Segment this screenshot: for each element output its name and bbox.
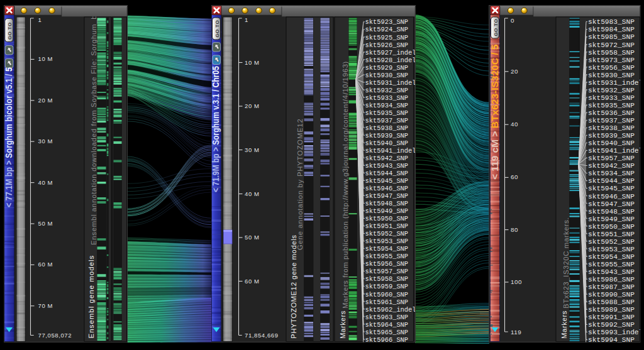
svg-text:skt5936_SNP: skt5936_SNP	[588, 109, 635, 117]
svg-text:skt5984_SNP: skt5984_SNP	[588, 26, 635, 33]
svg-text:skt5957_SNP: skt5957_SNP	[365, 268, 409, 275]
svg-text:77,058,072: 77,058,072	[38, 332, 72, 339]
svg-text:skt5932_SNP: skt5932_SNP	[365, 87, 409, 94]
svg-text:50 M: 50 M	[38, 220, 53, 227]
svg-text:Markers: Markers	[339, 310, 347, 339]
svg-text:10 M: 10 M	[245, 59, 260, 66]
svg-text:skt5930_SNP: skt5930_SNP	[588, 72, 635, 79]
svg-text:skt5935_SNP: skt5935_SNP	[365, 109, 409, 117]
svg-text:skt5943_SNP: skt5943_SNP	[365, 162, 409, 170]
svg-text:skt5987_SNP: skt5987_SNP	[588, 283, 635, 291]
svg-text:119: 119	[511, 329, 521, 336]
svg-text:skt5950_SNP: skt5950_SNP	[588, 223, 635, 231]
svg-text:Ensembl annotation downloaded: Ensembl annotation downloaded from Soyba…	[90, 0, 97, 245]
svg-text:skt5955_SNP: skt5955_SNP	[588, 261, 635, 268]
svg-text:skt5941_indel: skt5941_indel	[588, 147, 643, 155]
svg-text:skt5931_indel: skt5931_indel	[365, 79, 416, 87]
svg-text:skt5945_SNP: skt5945_SNP	[365, 177, 409, 185]
svg-text:20 M: 20 M	[245, 102, 260, 109]
svg-text:skt5952_SNP: skt5952_SNP	[588, 238, 635, 246]
svg-text:skt5951_SNP: skt5951_SNP	[365, 222, 409, 230]
svg-text:GO TO: GO TO	[214, 20, 220, 38]
svg-text:skt5957_SNP: skt5957_SNP	[588, 155, 635, 162]
svg-text:skt5942_SNP: skt5942_SNP	[588, 162, 635, 170]
svg-text:skt5963_SNP: skt5963_SNP	[365, 314, 409, 321]
svg-text:0: 0	[511, 17, 514, 24]
svg-text:Markers from publication (http: Markers from publication (http://www.g3j…	[341, 61, 349, 309]
svg-text:skt5945_SNP: skt5945_SNP	[588, 185, 635, 192]
svg-text:skt5960_SNP: skt5960_SNP	[365, 291, 409, 298]
svg-text:skt5939_SNP: skt5939_SNP	[365, 132, 409, 139]
svg-text:skt5989_SNP: skt5989_SNP	[588, 306, 635, 314]
svg-text:skt5951_SNP: skt5951_SNP	[588, 231, 635, 238]
svg-text:skt5938_SNP: skt5938_SNP	[365, 124, 409, 132]
svg-text:skt5965_SNP: skt5965_SNP	[365, 329, 409, 336]
svg-text:40 M: 40 M	[38, 179, 53, 186]
svg-text:20: 20	[511, 68, 518, 75]
svg-text:skt5948_SNP: skt5948_SNP	[365, 200, 409, 207]
svg-text:skt5937_SNP: skt5937_SNP	[365, 117, 409, 124]
svg-text:Markers: Markers	[560, 310, 568, 339]
svg-text:skt5955_SNP: skt5955_SNP	[365, 253, 409, 260]
svg-text:GO TO: GO TO	[493, 19, 499, 36]
svg-text:Gene annotation by PHYTOZOME12: Gene annotation by PHYTOZOME12	[296, 118, 304, 250]
svg-text:skt5935_SNP: skt5935_SNP	[588, 102, 635, 109]
svg-text:skt5959_SNP: skt5959_SNP	[365, 283, 409, 290]
svg-text:skt5953_SNP: skt5953_SNP	[588, 246, 635, 253]
svg-text:skt5949_SNP: skt5949_SNP	[588, 216, 635, 223]
svg-text:20 M: 20 M	[38, 97, 53, 104]
svg-text:skt5944_SNP: skt5944_SNP	[365, 170, 409, 177]
svg-text:1: 1	[245, 16, 248, 23]
svg-text:skt5954_SNP: skt5954_SNP	[365, 245, 409, 253]
svg-text:skt5924_SNP: skt5924_SNP	[365, 26, 409, 33]
svg-text:skt5929_SNP: skt5929_SNP	[365, 64, 409, 72]
svg-text:skt5993_indel: skt5993_indel	[588, 329, 643, 336]
svg-text:BTx623_IS320C markers.: BTx623_IS320C markers.	[562, 217, 570, 309]
svg-text:skt5930_SNP: skt5930_SNP	[365, 72, 409, 79]
svg-text:skt5986_SNP: skt5986_SNP	[588, 276, 635, 283]
svg-text:skt5934_SNP: skt5934_SNP	[365, 102, 409, 109]
svg-text:skt5932_SNP: skt5932_SNP	[588, 87, 635, 94]
svg-text:60 M: 60 M	[38, 261, 53, 268]
svg-text:skt5931_indel: skt5931_indel	[588, 79, 643, 87]
svg-text:< 77.1M bp > Sorghum bicolor v: < 77.1M bp > Sorghum bicolor v5.1 / 5	[4, 67, 14, 207]
svg-text:skt5947_SNP: skt5947_SNP	[365, 192, 409, 200]
svg-text:71,854,669: 71,854,669	[245, 332, 279, 339]
svg-text:skt5988_SNP: skt5988_SNP	[588, 298, 635, 306]
svg-text:100: 100	[511, 278, 522, 285]
svg-text:40: 40	[511, 121, 518, 128]
svg-text:50 M: 50 M	[245, 234, 260, 241]
svg-text:skt5958_SNP: skt5958_SNP	[588, 49, 635, 57]
svg-text:GO TO: GO TO	[7, 22, 13, 40]
svg-text:< 71.9M bp > Sorghum v.3.1 / C: < 71.9M bp > Sorghum v.3.1 / Chr05	[211, 66, 221, 192]
svg-text:skt5962_indel: skt5962_indel	[365, 306, 416, 314]
svg-text:skt5958_SNP: skt5958_SNP	[365, 275, 409, 283]
svg-text:skt5950_SNP: skt5950_SNP	[365, 215, 409, 222]
svg-text:skt5948_SNP: skt5948_SNP	[588, 208, 635, 216]
svg-text:< 119 cM > BTx623-IS320C / 5: < 119 cM > BTx623-IS320C / 5	[489, 44, 500, 180]
svg-text:skt5927_indel: skt5927_indel	[365, 49, 416, 57]
svg-text:Ensembl gene models: Ensembl gene models	[87, 255, 95, 339]
svg-text:skt5956_SNP: skt5956_SNP	[588, 64, 635, 72]
svg-text:60: 60	[511, 173, 518, 180]
svg-text:skt5953_SNP: skt5953_SNP	[365, 238, 409, 245]
svg-text:10 M: 10 M	[38, 55, 53, 62]
svg-text:40 M: 40 M	[245, 190, 260, 197]
svg-text:skt5952_SNP: skt5952_SNP	[365, 230, 409, 238]
svg-text:skt5923_SNP: skt5923_SNP	[365, 18, 409, 26]
svg-text:skt5991_SNP: skt5991_SNP	[588, 314, 635, 321]
svg-text:skt5946_SNP: skt5946_SNP	[365, 185, 409, 192]
svg-text:30 M: 30 M	[38, 138, 53, 145]
svg-text:30 M: 30 M	[245, 146, 260, 153]
svg-text:skt5973_SNP: skt5973_SNP	[588, 57, 635, 64]
svg-text:skt5940_SNP: skt5940_SNP	[365, 139, 409, 147]
svg-text:skt5938_SNP: skt5938_SNP	[588, 124, 635, 132]
svg-text:skt5934_SNP: skt5934_SNP	[588, 170, 635, 177]
svg-text:70 M: 70 M	[38, 302, 53, 309]
svg-text:skt5933_SNP: skt5933_SNP	[365, 94, 409, 102]
svg-text:skt5937_SNP: skt5937_SNP	[588, 117, 635, 124]
svg-text:skt5928_indel: skt5928_indel	[365, 57, 416, 64]
svg-text:80: 80	[511, 226, 518, 233]
svg-text:skt5925_SNP: skt5925_SNP	[365, 34, 409, 41]
svg-text:1: 1	[38, 16, 42, 23]
